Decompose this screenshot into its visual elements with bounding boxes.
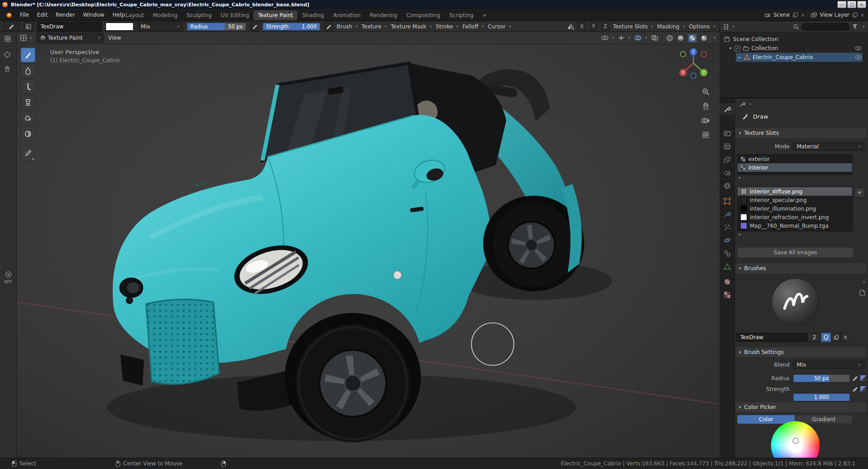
falloff-menu[interactable]: Falloff∨ [462, 23, 484, 30]
slot-row-interior[interactable]: interior [738, 163, 852, 172]
brush-datablock-field[interactable]: TexDraw [37, 22, 102, 31]
shading-rendered-button[interactable] [701, 35, 707, 41]
tab-particles[interactable] [720, 221, 734, 233]
new-view-layer-icon[interactable] [852, 12, 858, 18]
tool-smear-button[interactable] [21, 79, 35, 94]
tab-constraints[interactable] [720, 248, 734, 259]
visibility-eye-icon[interactable] [855, 55, 862, 60]
move-tool-icon[interactable] [4, 65, 10, 73]
maximize-button[interactable]: □ [847, 1, 856, 8]
tab-object[interactable] [720, 195, 734, 207]
brush-menu[interactable]: Brush∨ [337, 23, 358, 30]
perspective-toggle-icon[interactable] [701, 130, 711, 140]
viewport-3d[interactable]: ∨ Texture Paint ∨ View ∨ ∨ ∨ ∨ [17, 32, 720, 458]
radius-slider[interactable]: 50 px [793, 374, 850, 382]
radius-unified-toggle[interactable] [860, 375, 867, 382]
radius-slider[interactable]: Radius 50 px [187, 23, 246, 31]
shading-material-button[interactable] [688, 34, 697, 42]
menu-window[interactable]: Window [79, 12, 108, 18]
close-button[interactable]: × [857, 1, 866, 8]
tab-render[interactable] [720, 128, 734, 139]
tab-view-layer[interactable] [720, 154, 734, 166]
image-row[interactable]: interior_illumination.png [738, 204, 852, 213]
tab-active-tool[interactable] [720, 103, 734, 115]
workspace-tab-sculpting[interactable]: Sculpting [182, 10, 216, 20]
texture-slots-menu[interactable]: Texture Slots∨ [613, 23, 654, 30]
visibility-eye-icon[interactable] [855, 46, 862, 51]
tool-fill-button[interactable] [21, 111, 35, 125]
image-row[interactable]: Map__760_Normal_Bump.tga [738, 221, 852, 230]
mode-dropdown[interactable]: Texture Paint ∨ [37, 33, 104, 43]
stroke-menu[interactable]: Stroke∨ [436, 23, 459, 30]
slot-row-exterior[interactable]: exterior [738, 155, 852, 163]
workspace-tab-texture-paint[interactable]: Texture Paint [254, 10, 297, 20]
mirror-x-toggle[interactable]: X [578, 22, 586, 31]
annotation-visibility-icon[interactable] [5, 271, 12, 278]
left-collapsed-panel[interactable]: OFF [0, 32, 17, 458]
unlink-scene-icon[interactable]: × [801, 12, 805, 18]
outliner-row-scene-collection[interactable]: Scene Collection [720, 35, 868, 44]
workspace-tab-rendering[interactable]: Rendering [365, 10, 402, 20]
workspace-tab-scripting[interactable]: Scripting [445, 10, 478, 20]
strength-pressure-icon[interactable] [852, 386, 858, 392]
brush-name-field[interactable]: TexDraw [736, 333, 808, 342]
color-wheel-cursor[interactable] [793, 438, 798, 443]
tab-physics[interactable] [720, 234, 734, 246]
tab-scene[interactable] [720, 167, 734, 179]
view-menu[interactable]: View [108, 35, 121, 41]
workspace-tab-animation[interactable]: Animation [328, 10, 365, 20]
gizmos-dropdown[interactable]: ∨ [618, 35, 630, 41]
collection-checkbox[interactable]: ✓ [734, 46, 740, 51]
tool-soften-button[interactable] [21, 64, 35, 78]
outliner-editor-icon[interactable]: ∨ [723, 24, 735, 30]
workspace-tab-uv-editing[interactable]: UV Editing [216, 10, 254, 20]
unlink-brush-button[interactable]: × [841, 333, 850, 342]
image-list[interactable]: interior_diffuse.png interior_specular.p… [737, 187, 853, 231]
masking-menu[interactable]: Masking∨ [657, 23, 685, 30]
editor-grid-icon[interactable] [5, 36, 11, 42]
workspace-tab-compositing[interactable]: Compositing [402, 10, 445, 20]
tool-mask-button[interactable] [21, 127, 35, 141]
menu-edit[interactable]: Edit [33, 12, 51, 18]
strength-unified-toggle[interactable] [860, 386, 867, 393]
save-all-images-button[interactable]: Save All Images [737, 247, 854, 258]
workspace-tab-layout[interactable]: Layout [121, 10, 148, 20]
radius-pressure-icon[interactable] [250, 22, 259, 31]
texture-slot-list[interactable]: exterior interior [737, 154, 853, 175]
brush-browse-chevron[interactable]: ∨ [863, 280, 865, 284]
strength-slider[interactable]: 1.000 [793, 393, 850, 401]
outliner-row-object[interactable]: ▸ Electric_Coupe_Cabrio [720, 53, 868, 62]
image-row[interactable]: interior_diffuse.png [738, 187, 852, 196]
strength-slider[interactable]: Strength 1.000 [263, 23, 320, 31]
brush-color-swatch[interactable] [106, 23, 134, 31]
minimize-button[interactable]: — [837, 1, 846, 8]
brush-users-count[interactable]: 2 [808, 333, 821, 342]
mirror-y-toggle[interactable]: Y [590, 22, 598, 31]
panel-header-color-picker[interactable]: ▾ Color Picker [735, 402, 866, 412]
shading-wireframe-button[interactable] [666, 35, 673, 41]
texture-menu[interactable]: Texture∨ [362, 23, 388, 30]
outliner-row-collection[interactable]: ▾ ✓ Collection [720, 44, 868, 53]
blend-mode-dropdown[interactable]: Mix∨ [137, 22, 183, 31]
camera-view-icon[interactable] [701, 115, 711, 125]
color-wheel[interactable] [771, 421, 820, 458]
tool-clone-button[interactable] [21, 95, 35, 110]
cursor-menu[interactable]: Cursor∨ [488, 23, 511, 30]
collection-expander[interactable]: ▾ [729, 46, 732, 51]
outliner-search-input[interactable] [802, 23, 850, 31]
tab-world[interactable] [720, 180, 734, 192]
viewport-canvas[interactable]: User Perspective (1) Electric_Coupe_Cabr… [17, 44, 720, 458]
slot-list-expander[interactable]: ▸ [739, 176, 741, 179]
brush-preview[interactable] [772, 279, 819, 326]
properties-breadcrumb[interactable]: ∨ [739, 101, 752, 107]
image-list-expander[interactable]: ▸ [739, 233, 741, 236]
tool-annotate-button[interactable] [21, 146, 35, 161]
tool-draw-button[interactable] [21, 48, 35, 62]
shading-dropdown-chevron[interactable]: ∨ [713, 36, 716, 40]
new-scene-icon[interactable] [793, 12, 798, 18]
filter-icon[interactable] [852, 24, 858, 29]
workspace-tab-modeling[interactable]: Modeling [148, 10, 182, 20]
texture-mask-menu[interactable]: Texture Mask∨ [391, 23, 432, 30]
cursor-tool-icon[interactable] [4, 51, 11, 58]
blend-dropdown[interactable]: Mix ∨ [793, 361, 864, 369]
